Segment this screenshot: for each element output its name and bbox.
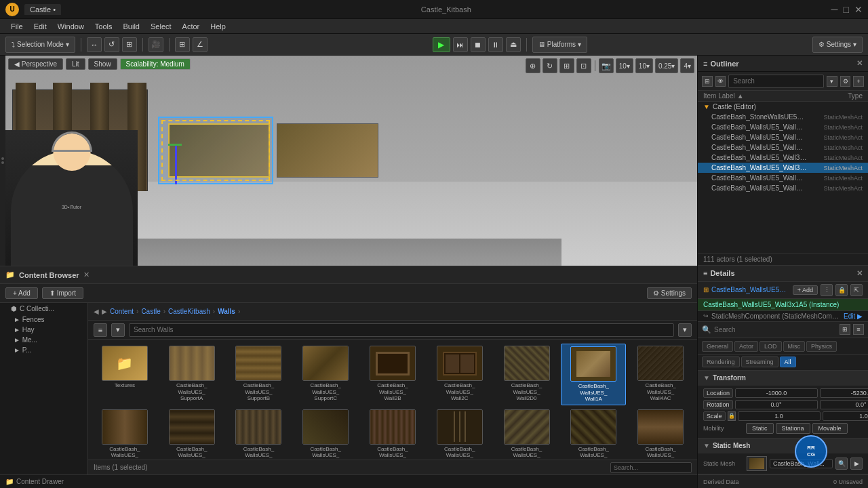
filter-physics[interactable]: Physics [806, 341, 837, 352]
list-item[interactable]: CastleBash_WallsUES_SupportB [226, 344, 292, 405]
item-label-col[interactable]: Item Label [703, 92, 735, 100]
sidebar-collections[interactable]: ⬢C Collecti... [0, 303, 87, 314]
menu-window[interactable]: Window [52, 21, 90, 32]
list-item[interactable]: CastleBash_WallsUES_Wall3E [494, 407, 559, 460]
outliner-item[interactable]: CastleBash_WallsUE5_Wall3x3D StaticMeshA… [698, 183, 868, 193]
pause-btn[interactable]: ⏸ [488, 37, 503, 52]
filter-lod[interactable]: LOD [760, 341, 782, 352]
location-x[interactable] [735, 388, 818, 398]
camera-speed-btn[interactable]: 📷 [599, 58, 614, 73]
instance-label[interactable]: CastleBash_WallsUE5_Wall3x1A5 (Instance) [698, 299, 868, 311]
close-btn[interactable]: ✕ [854, 4, 863, 15]
filter-all[interactable]: All [780, 357, 796, 367]
filter-misc[interactable]: Misc [783, 341, 806, 352]
rotation-dropdown[interactable]: Rotation [703, 400, 733, 409]
details-close-btn[interactable]: ✕ [856, 269, 863, 278]
list-item[interactable]: CastleBash_WallsUES_Wall3D [92, 407, 157, 460]
static-mesh-browse-btn[interactable]: 🔍 [835, 458, 848, 470]
static-mesh-header[interactable]: ▼ Static Mesh [698, 439, 868, 453]
outliner-item[interactable]: CastleBash_WallsUE5_Wall2x2B StaticMeshA… [698, 122, 868, 132]
content-drawer-label[interactable]: Content Drawer [16, 478, 64, 485]
list-item[interactable]: CastleBash_WallsUES_Wall1A [561, 344, 626, 405]
list-item[interactable]: CastleBash_WallsUES_Wall2B [427, 407, 492, 460]
location-dropdown[interactable]: Location [703, 388, 733, 398]
asset-textures[interactable]: 📁 Textures [92, 344, 157, 405]
outliner-item[interactable]: CastleBash_WallsUE5_Wall2x2D StaticMeshA… [698, 173, 868, 183]
scale-dropdown[interactable]: Scale [703, 411, 726, 421]
scale-x[interactable] [738, 411, 821, 421]
grid-snap-btn[interactable]: ⊞ [175, 37, 190, 52]
minimize-btn[interactable]: ─ [831, 4, 838, 15]
outliner-search-options[interactable]: ▾ [827, 76, 837, 87]
viewport-perspective-btn[interactable]: ◀ Perspective [8, 58, 63, 70]
list-item[interactable]: CastleBash_WallsUES_Wall2D [226, 407, 292, 460]
derived-data-label[interactable]: Derived Data [703, 479, 739, 485]
details-add-btn[interactable]: + Add [793, 285, 818, 295]
details-search-input[interactable] [714, 323, 837, 336]
static-mesh-arrow-btn[interactable]: ▶ [850, 458, 863, 470]
content-browser-tab-close[interactable]: ✕ [83, 270, 90, 279]
import-btn[interactable]: ⬆ Import [42, 287, 83, 299]
platforms-btn[interactable]: 🖥 Platforms ▾ [532, 37, 587, 53]
menu-tools[interactable]: Tools [90, 21, 118, 32]
outliner-item[interactable]: CastleBash_WallsUE5_Wall3x1A1 StaticMesh… [698, 152, 868, 163]
scale-lock-btn[interactable]: 🔒 [728, 411, 736, 421]
mesh-edit-link[interactable]: Edit ▶ [844, 312, 863, 320]
outliner-close-btn[interactable]: ✕ [856, 59, 863, 68]
sidebar-folder-me[interactable]: ► Me... [0, 335, 87, 345]
maximize-btn[interactable]: □ [844, 4, 849, 15]
filter-options-btn[interactable]: ▾ [111, 323, 125, 337]
list-item[interactable]: CastleBash_WallsUES_Wall3x2B [159, 407, 224, 460]
selection-mode-btn[interactable]: ⤵ Selection Mode ▾ [5, 37, 75, 53]
transform-gizmo-btn[interactable]: ↔ [87, 37, 102, 52]
details-lock-btn[interactable]: 🔒 [835, 284, 848, 296]
outliner-settings-icon[interactable]: ⚙ [840, 76, 851, 87]
outliner-item-selected[interactable]: CastleBash_WallsUE5_Wall3x1A1 StaticMesh… [698, 163, 868, 173]
outliner-item[interactable]: CastleBash_WallsUE5_Wall2x2D StaticMeshA… [698, 132, 868, 142]
breadcrumb-walls[interactable]: Walls [218, 308, 235, 315]
outliner-filter-icon[interactable]: ⊞ [702, 76, 713, 87]
snap-rot-num[interactable]: 10▾ [635, 58, 653, 73]
bottom-search-input[interactable] [610, 462, 692, 473]
cam-num[interactable]: 4▾ [680, 58, 694, 73]
list-item[interactable]: CastleBash_WallsUES_Wall4AC [628, 344, 693, 405]
menu-build[interactable]: Build [118, 21, 145, 32]
scale-tool-btn[interactable]: ⊞ [559, 58, 574, 73]
details-more-btn[interactable]: ⋮ [821, 284, 833, 296]
search-dropdown-btn[interactable]: ▾ [678, 323, 692, 337]
outliner-item[interactable]: CastleBash_StoneWallsUE5_Stai StaticMesh… [698, 112, 868, 122]
rotate-tool-btn[interactable]: ↻ [542, 58, 557, 73]
filter-rendering[interactable]: Rendering [702, 357, 740, 367]
outliner-item[interactable]: CastleBash_WallsUE5_Wall3x1A StaticMeshA… [698, 142, 868, 152]
snap-grid-num[interactable]: 10▾ [616, 58, 633, 73]
list-item[interactable]: CastleBash_WallsUES_Wall3D [628, 407, 693, 460]
filter-streaming[interactable]: Streaming [741, 357, 778, 367]
cb-settings-btn[interactable]: ⚙ Settings [647, 287, 692, 299]
menu-edit[interactable]: Edit [28, 21, 52, 32]
scale-y[interactable] [823, 411, 868, 421]
list-item[interactable]: CastleBash_WallsUES_Wall3E [561, 407, 626, 460]
viewport-lit-btn[interactable]: Lit [66, 58, 85, 70]
camera-btn[interactable]: 🎥 [149, 37, 163, 52]
list-item[interactable]: CastleBash_WallsUES_Wall2D [360, 407, 425, 460]
scale-btn[interactable]: ⊞ [122, 37, 137, 52]
tab-castle[interactable]: Castle • [24, 4, 61, 15]
outliner-add-icon[interactable]: + [853, 76, 864, 87]
rotation-y[interactable] [820, 400, 868, 409]
translate-tool-btn[interactable]: ⊕ [526, 58, 540, 73]
outliner-search-input[interactable] [728, 75, 824, 88]
filter-actor[interactable]: Actor [734, 341, 758, 352]
details-filter-icon[interactable]: ≡ [853, 324, 864, 335]
details-view-options[interactable]: ⊞ [840, 324, 850, 335]
viewport-show-btn[interactable]: Show [88, 58, 117, 70]
filter-btn[interactable]: ≡ [94, 323, 107, 337]
breadcrumb-back-icon[interactable]: ◀ [94, 308, 99, 315]
sidebar-folder-hay[interactable]: ► Hay [0, 325, 87, 335]
list-item[interactable]: CastleBash_WallsUES_Wall2C [427, 344, 492, 405]
sidebar-folder-p[interactable]: ► P... [0, 345, 87, 355]
viewport[interactable]: 3D•iTutor ◀ Perspective Lit Show [0, 56, 697, 266]
location-y[interactable] [820, 388, 868, 398]
step-btn[interactable]: ⏭ [453, 37, 468, 52]
snap-scale-num[interactable]: 0.25▾ [655, 58, 678, 73]
settings-btn[interactable]: ⚙ Settings ▾ [812, 37, 863, 53]
